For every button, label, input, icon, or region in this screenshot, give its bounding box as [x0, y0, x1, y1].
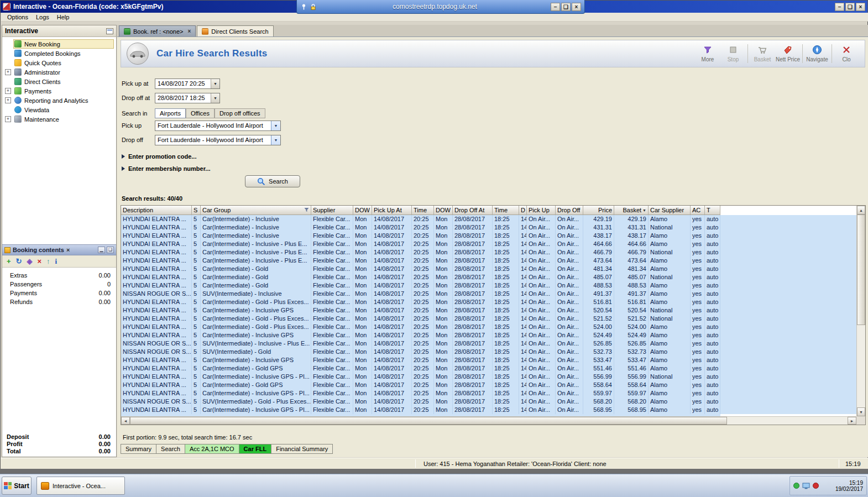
sidebar-item-completed-bookings[interactable]: Completed Bookings: [2, 49, 116, 58]
chevron-down-icon[interactable]: ▼: [271, 121, 280, 130]
scroll-right-icon[interactable]: ►: [848, 417, 856, 425]
vertical-scrollbar[interactable]: ▲ ▼: [856, 206, 865, 416]
table-row[interactable]: HYUNDAI ELANTRA ...5Car(Intermediate) - …: [121, 323, 856, 331]
move-up-icon[interactable]: ↑: [46, 258, 50, 265]
panel-minimize-icon[interactable]: ▁: [98, 247, 105, 253]
tab-close-icon[interactable]: ×: [188, 28, 191, 34]
table-row[interactable]: HYUNDAI ELANTRA ...5Car(Intermediate) - …: [121, 373, 856, 381]
chevron-down-icon[interactable]: ▼: [271, 135, 280, 145]
maximize-button[interactable]: ❏: [845, 3, 855, 11]
bottom-tab-acc-2a-1c-mco[interactable]: Acc 2A,1C MCO: [185, 444, 239, 454]
booking-contents-close-icon[interactable]: ×: [66, 247, 70, 253]
filter-icon[interactable]: [304, 207, 309, 213]
table-row[interactable]: HYUNDAI ELANTRA ...5Car(Intermediate) - …: [121, 265, 856, 273]
expand-toggle-icon[interactable]: +: [5, 88, 11, 94]
close-button[interactable]: ×: [856, 3, 865, 11]
column-header-pick-up-11[interactable]: Pick Up: [527, 206, 556, 215]
toolbar-clo-button[interactable]: Clo: [834, 45, 859, 62]
scroll-down-icon[interactable]: ▼: [857, 407, 865, 416]
minimize-button[interactable]: –: [835, 3, 844, 11]
table-row[interactable]: HYUNDAI ELANTRA ...5Car(Intermediate) - …: [121, 273, 856, 281]
pin-icon[interactable]: [300, 3, 307, 11]
table-row[interactable]: HYUNDAI ELANTRA ...5Car(Intermediate) - …: [121, 389, 856, 397]
bottom-tab-summary[interactable]: Summary: [121, 444, 156, 454]
panel-restore-icon[interactable]: ❏: [107, 247, 114, 253]
toolbar-navigate-button[interactable]: Navigate: [804, 45, 830, 62]
pickup-datetime-field[interactable]: 14/08/2017 20:25 ▼: [155, 79, 220, 89]
column-header-s-1[interactable]: S: [192, 206, 201, 215]
column-header-car-supplier-15[interactable]: Car Supplier: [649, 206, 691, 215]
sidebar-item-payments[interactable]: +Payments: [2, 86, 116, 96]
column-header-dow-4[interactable]: DOW: [353, 206, 372, 215]
table-row[interactable]: HYUNDAI ELANTRA ...5Car(Intermediate) - …: [121, 306, 856, 315]
horizontal-scroll-thumb[interactable]: [130, 417, 727, 425]
start-button[interactable]: Start: [2, 477, 32, 495]
sidebar-item-reporting-and-analytics[interactable]: +Reporting and Analytics: [2, 96, 116, 105]
collapse-panel-icon[interactable]: [106, 28, 113, 34]
table-row[interactable]: HYUNDAI ELANTRA ...5Car(Intermediate) - …: [121, 356, 856, 364]
column-header-car-group-2[interactable]: Car Group: [201, 206, 311, 215]
refresh-icon[interactable]: ↻: [16, 258, 22, 265]
delete-icon[interactable]: ×: [38, 258, 42, 265]
table-row[interactable]: HYUNDAI ELANTRA ...5Car(Intermediate) - …: [121, 215, 856, 223]
column-header-supplier-3[interactable]: Supplier: [311, 206, 353, 215]
search-button[interactable]: Search: [245, 175, 300, 187]
booking-content-row[interactable]: Extras0.00: [2, 271, 116, 280]
column-header-t-17[interactable]: T: [705, 206, 720, 215]
column-header-price-13[interactable]: Price: [583, 206, 614, 215]
menu-logs[interactable]: Logs: [32, 13, 53, 21]
table-row[interactable]: NISSAN ROGUE OR S...5SUV(Intermediate) -…: [121, 397, 856, 406]
bottom-tab-financial-summary[interactable]: Financial Summary: [271, 444, 333, 454]
table-row[interactable]: HYUNDAI ELANTRA ...5Car(Intermediate) - …: [121, 281, 856, 290]
tray-display-icon[interactable]: [802, 483, 810, 489]
booking-content-row[interactable]: Payments0.00: [2, 289, 116, 297]
column-header-description-0[interactable]: Description: [121, 206, 192, 215]
table-row[interactable]: HYUNDAI ELANTRA ...5Car(Intermediate) - …: [121, 298, 856, 306]
sidebar-item-direct-clients[interactable]: Direct Clients: [2, 77, 116, 86]
column-header-dow-7[interactable]: DOW: [434, 206, 453, 215]
sidebar-item-maintenance[interactable]: +Maintenance: [2, 114, 116, 124]
tab-book-ref-none[interactable]: Book. ref : <none>×: [119, 25, 196, 36]
membership-number-expander[interactable]: Enter membership number...: [122, 165, 211, 172]
booking-content-row[interactable]: Refunds0.00: [2, 297, 116, 306]
scroll-left-icon[interactable]: ◄: [121, 417, 130, 425]
column-header-basket-14[interactable]: Basket▼: [614, 206, 649, 215]
booking-content-row[interactable]: Passengers0: [2, 280, 116, 289]
taskbar-task-interactive[interactable]: Interactive - Ocea...: [36, 477, 125, 495]
toolbar-more-button[interactable]: More: [695, 45, 720, 62]
expand-toggle-icon[interactable]: +: [5, 116, 11, 122]
dropoff-datetime-field[interactable]: 28/08/2017 18:25 ▼: [155, 93, 220, 103]
rdp-restore-button[interactable]: ❏: [561, 3, 571, 11]
table-row[interactable]: HYUNDAI ELANTRA ...5Car(Intermediate) - …: [121, 232, 856, 240]
table-row[interactable]: HYUNDAI ELANTRA ...5Car(Intermediate) - …: [121, 381, 856, 389]
sidebar-item-administrator[interactable]: +Administrator: [2, 67, 116, 77]
table-row[interactable]: HYUNDAI ELANTRA ...5Car(Intermediate) - …: [121, 315, 856, 323]
search-in-tab-offices[interactable]: Offices: [186, 108, 215, 118]
table-row[interactable]: NISSAN ROGUE OR S...5SUV(Intermediate) -…: [121, 348, 856, 356]
scroll-up-icon[interactable]: ▲: [857, 206, 865, 215]
table-row[interactable]: HYUNDAI ELANTRA ...5Car(Intermediate) - …: [121, 248, 856, 257]
column-header-drop-off-12[interactable]: Drop Off: [556, 206, 583, 215]
column-header-time-9[interactable]: Time: [493, 206, 519, 215]
column-header-d-10[interactable]: D: [519, 206, 527, 215]
transfer-icon[interactable]: ◈: [27, 258, 33, 265]
table-row[interactable]: HYUNDAI ELANTRA ...5Car(Intermediate) - …: [121, 257, 856, 265]
menu-options[interactable]: Options: [3, 13, 32, 21]
chevron-down-icon[interactable]: ▼: [211, 79, 219, 88]
bottom-tab-car-fll[interactable]: Car FLL: [239, 444, 272, 454]
table-row[interactable]: NISSAN ROGUE OR S...5SUV(Intermediate) -…: [121, 290, 856, 298]
tray-status-green-icon[interactable]: [793, 483, 799, 489]
table-row[interactable]: HYUNDAI ELANTRA ...5Car(Intermediate) - …: [121, 406, 856, 414]
search-in-tab-drop-off-offices[interactable]: Drop off offices: [215, 108, 265, 118]
horizontal-scrollbar[interactable]: ◄ ►: [121, 416, 856, 425]
search-in-tab-airports[interactable]: Airports: [155, 108, 186, 118]
tab-direct-clients-search[interactable]: Direct Clients Search: [197, 25, 273, 36]
table-row[interactable]: HYUNDAI ELANTRA ...5Car(Intermediate) - …: [121, 331, 856, 339]
expand-toggle-icon[interactable]: +: [5, 97, 11, 103]
table-row[interactable]: NISSAN ROGUE OR S...5SUV(Intermediate) -…: [121, 339, 856, 348]
sidebar-item-quick-quotes[interactable]: Quick Quotes: [2, 58, 116, 67]
rdp-minimize-button[interactable]: –: [551, 3, 560, 11]
column-header-time-6[interactable]: Time: [412, 206, 434, 215]
tray-status-red-icon[interactable]: [813, 483, 819, 489]
chevron-down-icon[interactable]: ▼: [211, 93, 219, 103]
